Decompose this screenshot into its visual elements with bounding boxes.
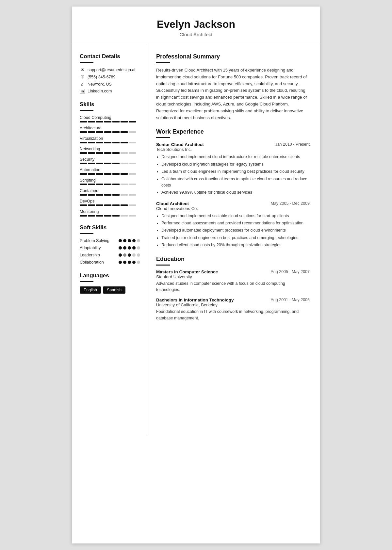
skill-bar [80, 142, 140, 143]
dot-row [119, 239, 140, 242]
sidebar: Contact Details ✉ support@resumedesign.a… [72, 44, 147, 436]
dot-empty [137, 253, 140, 257]
skill-segment-filled [88, 204, 95, 206]
dot-row [119, 253, 140, 257]
skill-segment-filled [88, 194, 95, 196]
dot-empty [137, 261, 140, 264]
skills-list: Cloud ComputingArchitectureVirtualizatio… [80, 115, 140, 217]
skill-segment-filled [88, 184, 95, 185]
job-dates: May 2005 - Dec 2009 [270, 201, 310, 206]
skill-name: Virtualization [80, 136, 140, 141]
skill-item: Virtualization [80, 136, 140, 143]
email-icon: ✉ [80, 67, 85, 72]
skill-segment-filled [96, 142, 103, 143]
contact-location: ⌂ NewYork, US [80, 82, 140, 87]
skill-item: Scripting [80, 178, 140, 185]
skill-segment-filled [88, 142, 95, 143]
skill-segment-filled [96, 215, 103, 217]
edu-entry: Bachelors in Information Technology Aug … [156, 298, 310, 321]
dot-filled [123, 246, 126, 250]
skill-segment-empty [129, 173, 136, 175]
location-icon: ⌂ [80, 82, 85, 87]
skill-segment-empty [121, 152, 128, 154]
skill-segment-filled [104, 173, 111, 175]
job-company: Tech Solutions Inc. [156, 147, 310, 152]
job-title: Cloud Architect [156, 201, 189, 206]
summary-title: Professional Summary [156, 53, 310, 60]
job-title: Senior Cloud Architect [156, 142, 204, 147]
dot-filled [132, 261, 136, 264]
dot-empty [132, 253, 136, 257]
skill-segment-empty [121, 215, 128, 217]
contact-email: ✉ support@resumedesign.ai [80, 67, 140, 72]
skill-bar [80, 215, 140, 217]
job-bullet: Led a team of cloud engineers in impleme… [161, 169, 310, 175]
soft-skills-list: Problem SolvingAdaptabilityLeadershipCol… [80, 238, 140, 265]
edu-header: Bachelors in Information Technology Aug … [156, 298, 310, 302]
contact-linkedin-text: LinkedIn.com [88, 89, 112, 93]
skill-segment-filled [112, 194, 120, 196]
dot-empty [137, 239, 140, 242]
languages-divider [80, 281, 93, 282]
skill-segment-filled [121, 142, 128, 143]
edu-dates: Aug 2001 - May 2005 [270, 298, 310, 302]
skill-segment-empty [121, 194, 128, 196]
experience-divider [156, 137, 170, 138]
skill-segment-filled [96, 173, 103, 175]
skill-segment-empty [129, 215, 136, 217]
job-header: Senior Cloud Architect Jan 2010 - Presen… [156, 142, 310, 147]
main-content: Professional Summary Results-driven Clou… [147, 44, 320, 436]
job-bullet: Performed cloud assessments and provided… [161, 220, 310, 226]
languages-list: EnglishSpanish [80, 286, 140, 294]
skill-segment-filled [96, 163, 103, 164]
skill-segment-filled [80, 121, 87, 122]
job-bullet: Reduced client cloud costs by 20% throug… [161, 242, 310, 248]
skill-segment-filled [96, 152, 103, 154]
edu-description: Foundational education in IT with course… [156, 309, 310, 321]
job-bullet: Collaborated with cross-functional teams… [161, 176, 310, 189]
skill-segment-filled [80, 152, 87, 154]
dot-filled [128, 246, 131, 250]
job-bullet: Developed cloud migration strategies for… [161, 161, 310, 168]
candidate-name: Evelyn Jackson [85, 18, 307, 30]
education-list: Masters in Computer Science Aug 2005 - M… [156, 269, 310, 322]
skill-segment-filled [104, 163, 111, 164]
edu-dates: Aug 2005 - May 2007 [270, 269, 310, 274]
edu-school: University of California, Berkeley [156, 302, 310, 307]
skill-item: Architecture [80, 126, 140, 133]
skill-segment-filled [96, 131, 103, 133]
skills-section-title: Skills [80, 101, 140, 108]
resume-header: Evelyn Jackson Cloud Architect [72, 7, 320, 44]
skill-segment-filled [80, 204, 87, 206]
job-entry: Senior Cloud Architect Jan 2010 - Presen… [156, 142, 310, 196]
languages-title: Languages [80, 272, 140, 279]
edu-entry: Masters in Computer Science Aug 2005 - M… [156, 269, 310, 293]
contact-section-title: Contact Details [80, 53, 140, 60]
dot-filled [119, 261, 122, 264]
skill-bar [80, 121, 140, 122]
contact-divider [80, 62, 93, 63]
job-bullets: Designed and implemented cloud infrastru… [156, 154, 310, 196]
skill-segment-filled [80, 184, 87, 185]
soft-skills-title: Soft Skills [80, 224, 140, 231]
skill-segment-empty [129, 204, 136, 206]
skill-item: DevOps [80, 199, 140, 206]
skill-segment-filled [80, 163, 87, 164]
jobs-list: Senior Cloud Architect Jan 2010 - Presen… [156, 142, 310, 248]
skill-segment-filled [112, 173, 120, 175]
edu-school: Stanford University [156, 274, 310, 279]
edu-degree: Bachelors in Information Technology [156, 298, 234, 302]
skill-segment-filled [121, 131, 128, 133]
skill-bar [80, 184, 140, 185]
skill-name: Monitoring [80, 209, 140, 214]
skill-segment-filled [88, 152, 95, 154]
skill-segment-filled [112, 121, 120, 122]
dot-filled [132, 239, 136, 242]
skill-segment-filled [104, 152, 111, 154]
skill-segment-filled [112, 142, 120, 143]
summary-text: Results-driven Cloud Architect with 15 y… [156, 67, 310, 121]
skill-segment-empty [121, 184, 128, 185]
skill-item: Automation [80, 168, 140, 175]
skill-bar [80, 131, 140, 133]
skill-segment-filled [88, 121, 95, 122]
